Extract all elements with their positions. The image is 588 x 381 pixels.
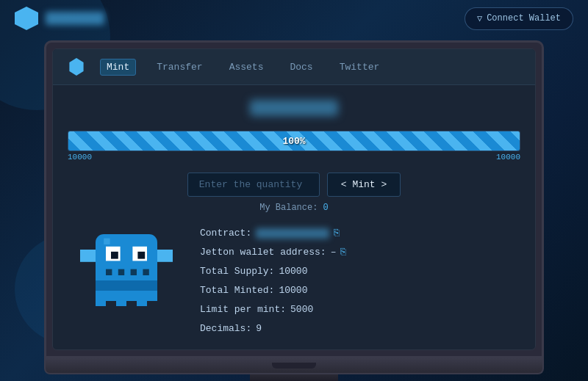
svg-rect-11	[116, 291, 126, 306]
laptop-screen: Mint Transfer Assets Docs Twitter	[52, 48, 536, 350]
balance-label: My Balance:	[259, 203, 318, 213]
mint-button-label: < Mint >	[341, 179, 387, 190]
contract-value-blurred	[256, 228, 329, 239]
progress-bar-outer: 100%	[68, 131, 520, 151]
total-minted-label: Total Minted:	[200, 281, 274, 300]
total-minted-value: 10000	[279, 281, 307, 300]
main-area: 100% 10000 10000 < Mint >	[53, 85, 535, 349]
svg-rect-5	[106, 269, 112, 275]
token-info: Contract: ⎘ Jetton wallet address: – ⎘ T…	[200, 224, 520, 338]
quantity-input[interactable]	[187, 173, 320, 197]
decimals-row: Decimals: 9	[200, 319, 520, 338]
connect-wallet-label: Connect Wallet	[487, 13, 561, 23]
decimals-label: Decimals:	[200, 319, 251, 338]
top-logo	[15, 7, 104, 30]
mint-button[interactable]: < Mint >	[327, 173, 401, 197]
nav-logo	[68, 58, 85, 76]
total-minted-row: Total Minted: 10000	[200, 281, 520, 300]
app-content: Mint Transfer Assets Docs Twitter	[53, 49, 535, 349]
svg-rect-17	[104, 239, 110, 244]
progress-container: 100% 10000 10000	[68, 131, 520, 162]
contract-copy-icon[interactable]: ⎘	[334, 224, 340, 243]
svg-rect-13	[137, 291, 147, 306]
jetton-wallet-label: Jetton wallet address:	[200, 243, 326, 262]
progress-max: 10000	[496, 153, 520, 162]
progress-range: 10000 10000	[68, 153, 520, 162]
svg-rect-10	[106, 291, 116, 301]
laptop-base	[44, 358, 544, 374]
logo-text	[46, 12, 104, 25]
ghost-svg	[68, 224, 185, 327]
nav-item-transfer[interactable]: Transfer	[151, 59, 208, 75]
laptop-screen-frame: Mint Transfer Assets Docs Twitter	[44, 40, 544, 358]
laptop-stand	[250, 374, 338, 381]
connect-wallet-button[interactable]: ▽ Connect Wallet	[465, 7, 573, 30]
svg-rect-4	[137, 252, 145, 259]
nav-item-twitter[interactable]: Twitter	[334, 59, 386, 75]
info-grid: Contract: ⎘ Jetton wallet address: – ⎘ T…	[68, 224, 520, 338]
svg-rect-12	[126, 291, 137, 301]
contract-row: Contract: ⎘	[200, 224, 520, 243]
total-supply-row: Total Supply: 10000	[200, 262, 520, 281]
total-supply-value: 10000	[279, 262, 307, 281]
svg-rect-18	[96, 280, 157, 291]
svg-rect-15	[80, 250, 96, 262]
svg-rect-8	[143, 269, 148, 275]
nav-item-mint[interactable]: Mint	[100, 59, 136, 76]
svg-rect-7	[131, 269, 137, 275]
wallet-icon: ▽	[477, 13, 482, 24]
laptop-notch	[272, 363, 316, 369]
balance-value: 0	[323, 203, 329, 213]
decimals-value: 9	[256, 319, 262, 338]
nav-item-docs[interactable]: Docs	[284, 59, 318, 75]
progress-label: 100%	[282, 136, 305, 147]
progress-min: 10000	[68, 153, 92, 162]
app-nav: Mint Transfer Assets Docs Twitter	[53, 49, 535, 85]
total-supply-label: Total Supply:	[200, 262, 274, 281]
balance-row: My Balance: 0	[68, 203, 520, 213]
token-image	[68, 224, 185, 327]
limit-per-mint-value: 5000	[290, 300, 313, 319]
limit-per-mint-row: Limit per mint: 5000	[200, 300, 520, 319]
svg-rect-14	[147, 291, 157, 301]
limit-per-mint-label: Limit per mint:	[200, 300, 286, 319]
svg-rect-16	[157, 250, 173, 262]
title-blur	[250, 100, 338, 116]
jetton-wallet-value: –	[331, 243, 337, 262]
jetton-copy-icon[interactable]: ⎘	[340, 243, 346, 262]
laptop-container: Mint Transfer Assets Docs Twitter	[44, 40, 544, 381]
contract-label: Contract:	[200, 224, 251, 243]
token-title	[68, 100, 520, 120]
svg-rect-9	[96, 291, 106, 306]
svg-rect-3	[111, 252, 118, 259]
top-bar: ▽ Connect Wallet	[0, 0, 588, 37]
mint-controls: < Mint >	[68, 173, 520, 197]
svg-rect-6	[118, 269, 124, 275]
logo-icon	[15, 7, 38, 30]
jetton-wallet-row: Jetton wallet address: – ⎘	[200, 243, 520, 262]
nav-item-assets[interactable]: Assets	[223, 59, 270, 75]
